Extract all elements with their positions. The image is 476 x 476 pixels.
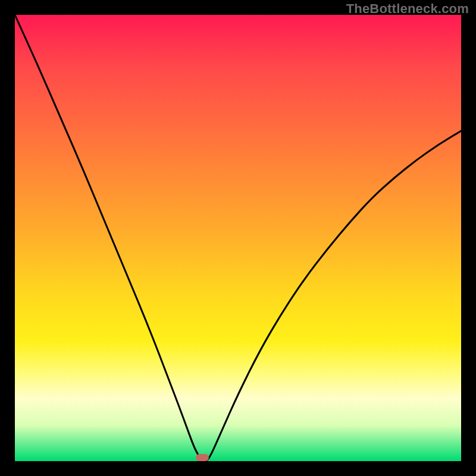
chart-frame: TheBottleneck.com	[0, 0, 476, 476]
bottleneck-curve	[15, 15, 461, 461]
plot-area	[15, 15, 461, 461]
trough-marker	[196, 454, 209, 461]
curve-path	[15, 15, 461, 461]
watermark-text: TheBottleneck.com	[346, 1, 469, 17]
